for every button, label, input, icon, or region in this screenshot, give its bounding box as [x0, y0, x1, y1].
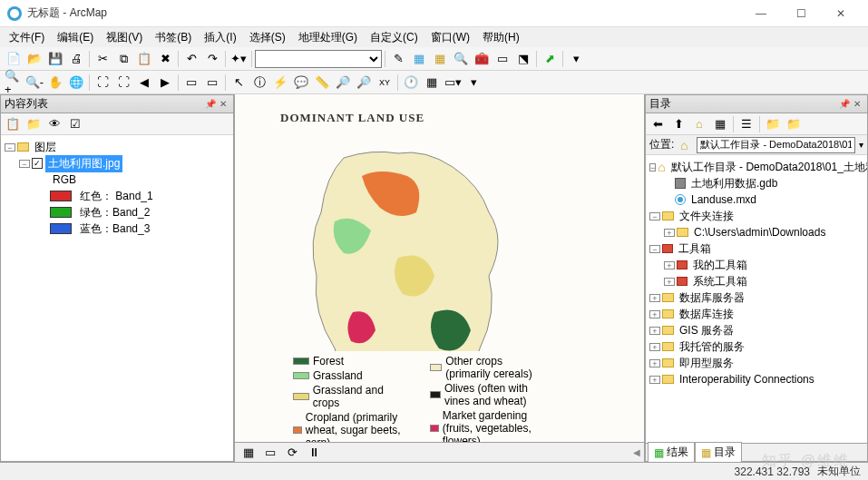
arctoolbox-button[interactable]: 🧰 [472, 49, 492, 69]
toc-layer[interactable]: − ✓ 土地利用图.jpg [5, 155, 229, 171]
expand-icon[interactable]: + [664, 278, 675, 286]
dropdown2-button[interactable]: ▾ [463, 73, 483, 93]
fixed-zoom-in-button[interactable]: ⛶ [93, 73, 112, 93]
pointer-button[interactable]: ↖ [229, 73, 249, 93]
zoom-out-button[interactable]: 🔍- [24, 73, 44, 93]
toc-band[interactable]: 绿色：Band_2 [5, 204, 229, 220]
list-by-visibility-button[interactable]: 👁 [44, 114, 64, 134]
expand-icon[interactable]: + [649, 359, 660, 367]
menu-item[interactable]: 视图(V) [101, 28, 148, 47]
menu-item[interactable]: 自定义(C) [365, 28, 424, 47]
identify-button[interactable]: ⓘ [249, 73, 269, 93]
search-button[interactable]: 🔍 [451, 49, 471, 69]
menu-item[interactable]: 书签(B) [150, 28, 197, 47]
list-by-source-button[interactable]: 📁 [24, 114, 44, 134]
catalog-close-button[interactable]: ✕ [851, 98, 863, 111]
expand-icon[interactable]: + [649, 294, 660, 302]
list-by-selection-button[interactable]: ☑ [65, 114, 85, 134]
cat-folderconn[interactable]: − 文件夹连接 [649, 208, 863, 224]
print-button[interactable]: 🖨 [66, 49, 86, 69]
cat-other-item[interactable]: +我托管的服务 [649, 338, 863, 355]
python-button[interactable]: ▭ [493, 49, 512, 69]
select-features-button[interactable]: ▭ [181, 73, 201, 93]
cat-mytoolbox[interactable]: + 我的工具箱 [649, 257, 863, 273]
toc-close-button[interactable]: ✕ [217, 98, 229, 111]
cat-mxd[interactable]: Landuse.mxd [649, 191, 863, 208]
clear-selection-button[interactable]: ▭ [202, 73, 222, 93]
delete-button[interactable]: ✖ [155, 49, 175, 69]
catalog-tab[interactable]: ▦目录 [695, 442, 742, 463]
cat-root[interactable]: − ⌂ 默认工作目录 - DemoData2018\01_土地利 [649, 159, 863, 175]
catalog-button[interactable]: ▦ [430, 49, 450, 69]
cat-other-item[interactable]: +GIS 服务器 [649, 322, 863, 338]
data-view-button[interactable]: ▦ [239, 443, 258, 463]
cat-back-button[interactable]: ⬅ [648, 114, 668, 134]
dropdown-button[interactable]: ▾ [566, 49, 586, 69]
find-route-button[interactable]: 🔎 [354, 73, 374, 93]
cat-toolbox[interactable]: − 工具箱 [649, 240, 863, 257]
zoom-in-button[interactable]: 🔍+ [4, 73, 24, 93]
copy-button[interactable]: ⧉ [113, 49, 133, 69]
toc-root[interactable]: − 图层 [5, 139, 229, 155]
menu-item[interactable]: 插入(I) [199, 28, 241, 47]
save-button[interactable]: 💾 [45, 49, 65, 69]
redo-button[interactable]: ↷ [202, 49, 222, 69]
expand-icon[interactable]: − [649, 212, 660, 220]
fixed-zoom-out-button[interactable]: ⛶ [113, 73, 133, 93]
menu-item[interactable]: 地理处理(G) [293, 28, 363, 47]
goto-xy-button[interactable]: XY [375, 73, 395, 93]
pan-button[interactable]: ✋ [45, 73, 65, 93]
menu-item[interactable]: 帮助(H) [477, 28, 525, 47]
hyperlink-button[interactable]: ⚡ [270, 73, 290, 93]
results-tab[interactable]: ▦结果 [648, 442, 695, 463]
menu-item[interactable]: 窗口(W) [425, 28, 475, 47]
map-canvas[interactable]: DOMINANT LAND USE ForestGrasslandGrassla… [235, 94, 644, 442]
cat-other-item[interactable]: +Interoperability Connections [649, 371, 863, 387]
prev-extent-button[interactable]: ◀ [134, 73, 154, 93]
toc-pin-button[interactable]: 📌 [204, 98, 217, 111]
scale-combo[interactable] [255, 50, 382, 68]
measure-button[interactable]: 📏 [312, 73, 332, 93]
new-button[interactable]: 📄 [4, 49, 24, 69]
toc-band[interactable]: 红色： Band_1 [5, 188, 229, 204]
expand-icon[interactable]: − [19, 160, 30, 168]
editor-toolbar-button[interactable]: ✎ [388, 49, 408, 69]
expand-icon[interactable]: + [664, 229, 675, 237]
open-button[interactable]: 📂 [24, 49, 44, 69]
expand-icon[interactable]: + [649, 343, 660, 351]
expand-icon[interactable]: + [649, 327, 660, 335]
toc-button[interactable]: ▦ [409, 49, 429, 69]
menu-item[interactable]: 编辑(E) [52, 28, 99, 47]
undo-button[interactable]: ↶ [181, 49, 201, 69]
cut-button[interactable]: ✂ [93, 49, 112, 69]
cat-connect-button[interactable]: 📁 [763, 114, 783, 134]
list-by-drawing-button[interactable]: 📋 [3, 114, 23, 134]
modelbuilder-button[interactable]: ⬔ [513, 49, 533, 69]
expand-icon[interactable]: − [649, 245, 660, 253]
expand-icon[interactable]: + [649, 376, 660, 384]
cat-other-item[interactable]: +数据库连接 [649, 306, 863, 322]
expand-icon[interactable]: − [649, 163, 656, 171]
cat-toggle-button[interactable]: ▦ [710, 114, 730, 134]
cat-other-item[interactable]: +即用型服务 [649, 355, 863, 371]
time-slider-button[interactable]: 🕐 [401, 73, 421, 93]
add-data-button[interactable]: ✦▾ [229, 49, 249, 69]
paste-button[interactable]: 📋 [134, 49, 154, 69]
location-dropdown[interactable]: ▾ [859, 140, 863, 150]
overview-button[interactable]: ▭▾ [443, 73, 463, 93]
catalog-pin-button[interactable]: 📌 [838, 98, 851, 111]
next-extent-button[interactable]: ▶ [155, 73, 175, 93]
find-button[interactable]: 🔎 [333, 73, 353, 93]
layout-view-button[interactable]: ▭ [260, 443, 280, 463]
close-button[interactable]: ✕ [821, 1, 861, 26]
cat-other-item[interactable]: +数据库服务器 [649, 289, 863, 306]
toc-composite[interactable]: RGB [5, 171, 229, 188]
cat-list-button[interactable]: ☰ [736, 114, 756, 134]
full-extent-button[interactable]: 🌐 [66, 73, 86, 93]
expand-icon[interactable]: + [649, 310, 660, 318]
cat-disconnect-button[interactable]: 📁 [784, 114, 804, 134]
menu-item[interactable]: 文件(F) [4, 28, 50, 47]
expand-icon[interactable]: − [5, 143, 15, 152]
refresh-button[interactable]: ⟳ [282, 443, 302, 463]
cat-home-button[interactable]: ⌂ [689, 114, 709, 134]
